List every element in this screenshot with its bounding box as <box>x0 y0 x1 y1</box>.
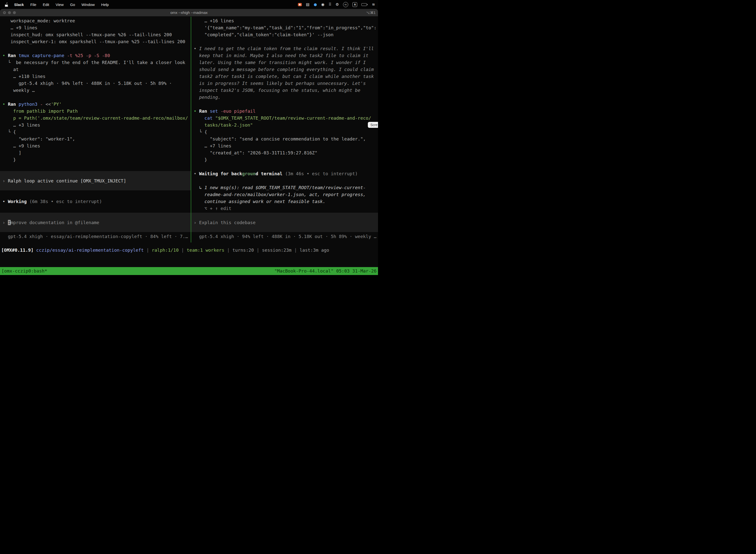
omx-hud-status-line: [OMX#0.11.9] cczip/essay/ai-reimplementa… <box>0 247 378 254</box>
menu-bar-menus: FileEditViewGoWindowHelp <box>27 2 112 7</box>
terminal-line: inspect task2's JSON, focusing on the st… <box>191 87 378 94</box>
terminal-line: '{"team_name":"my-team","task_id":"1","f… <box>191 24 378 31</box>
terminal-line: pending. <box>191 94 378 101</box>
terminal-line: … +16 lines <box>191 17 378 24</box>
terminal-line: "created_at": "2026-03-31T11:59:27.816Z" <box>191 150 378 156</box>
active-app-name[interactable]: Slack <box>11 2 27 7</box>
terminal-line: … +110 lines <box>0 73 191 80</box>
terminal-line: is in progress? It seems likely but perh… <box>191 80 378 87</box>
terminal-line: } <box>0 156 191 163</box>
terminal-line: from pathlib import Path <box>0 108 191 115</box>
screen-capture-overlay[interactable]: Scre <box>368 122 378 128</box>
terminal-line: … +9 lines <box>0 24 191 31</box>
window-manager-icon[interactable]: ▤ <box>306 2 310 7</box>
close-button[interactable]: ✕ <box>3 11 6 14</box>
terminal-line: ↳ 1 new msg(s): read $OMX_TEAM_STATE_ROO… <box>191 184 378 191</box>
terminal-empty-space <box>0 254 378 267</box>
terminal-window: ✕ omx --xhigh --madmax ⌥⌘1 workspace_mod… <box>0 9 378 277</box>
menu-bar-status-icons: ▤ ● ◉ ⠿ ⚙ 61 A ≋ <box>298 2 375 7</box>
menu-view[interactable]: View <box>52 2 67 7</box>
menu-go[interactable]: Go <box>67 2 78 7</box>
terminal-line: ] <box>0 150 191 156</box>
terminal-line: inspect_worker-1: omx sparkshell --tmux-… <box>0 38 191 45</box>
terminal-line: ⌥ + ↑ edit <box>191 205 378 212</box>
terminal-line: should send a message before completing … <box>191 66 378 73</box>
terminal-line: workspace_mode: worktree <box>0 17 191 24</box>
gear-icon[interactable]: ⚙ <box>335 2 339 7</box>
battery-percent-badge[interactable]: 61 <box>343 2 348 7</box>
terminal-line: weekly … <box>0 87 191 94</box>
dark-app-icon[interactable]: ◉ <box>321 2 324 7</box>
terminal-line <box>191 177 378 184</box>
terminal-line: "worker": "worker-1", <box>0 135 191 143</box>
terminal-line <box>0 45 191 52</box>
tmux-host-clock-label: "MacBook-Pro-44.local" 05:03 31-Mar-26 <box>274 267 377 275</box>
menu-window[interactable]: Window <box>78 2 98 7</box>
terminal-line: } <box>191 156 378 163</box>
terminal-line: inspect_hud: omx sparkshell --tmux-pane … <box>0 31 191 38</box>
terminal-line: • Ran python3 - <<'PY' <box>0 101 191 108</box>
macos-menu-bar: Slack FileEditViewGoWindowHelp ▤ ● ◉ ⠿ ⚙… <box>0 0 378 9</box>
battery-icon[interactable] <box>361 3 368 6</box>
window-shortcut-hint: ⌥⌘1 <box>366 9 376 16</box>
terminal-line: gpt-5.4 xhigh · 94% left · 488K in · 5.1… <box>191 233 378 240</box>
terminal-left-pane[interactable]: workspace_mode: worktree … +9 lines insp… <box>0 17 191 242</box>
screen-recording-dot <box>299 4 301 5</box>
terminal-line: cat "$OMX_TEAM_STATE_ROOT/team/review-cu… <box>191 115 378 122</box>
terminal-line <box>0 94 191 101</box>
terminal-line: • Ran set -euo pipefail <box>191 108 378 115</box>
prompt-input-area[interactable]: › Improve documentation in @filename <box>0 213 191 232</box>
terminal-line <box>191 38 378 45</box>
terminal-body: workspace_mode: worktree … +9 lines insp… <box>0 17 378 277</box>
prompt-input-area[interactable]: › Ralph loop active continue [OMX_TMUX_I… <box>0 171 191 190</box>
bottom-strip <box>0 275 378 277</box>
terminal-line: continue assigned work or next feasible … <box>191 198 378 205</box>
terminal-line: └ { <box>191 128 378 135</box>
terminal-line: • Working (6m 38s • esc to interrupt) <box>0 198 191 205</box>
zoom-button[interactable] <box>13 11 16 14</box>
menu-edit[interactable]: Edit <box>40 2 52 7</box>
terminal-line <box>191 101 378 108</box>
terminal-line: p = Path('.omx/state/team/review-current… <box>0 115 191 122</box>
terminal-line: gpt-5.4 xhigh · essay/ai-reimplementatio… <box>0 233 191 240</box>
terminal-line: └ { <box>0 128 191 135</box>
apps-grid-icon[interactable]: ⠿ <box>329 2 331 7</box>
terminal-line: "completed","claim_token":"claim-token"}… <box>191 31 378 38</box>
traffic-lights: ✕ <box>3 11 16 14</box>
window-title-bar[interactable]: ✕ omx --xhigh --madmax ⌥⌘1 <box>0 9 378 17</box>
tmux-session-label: [omx-cczip0:bash* <box>1 267 47 275</box>
window-title: omx --xhigh --madmax <box>0 9 378 16</box>
terminal-line: task2 after task1 is complete, but can I… <box>191 73 378 80</box>
terminal-line: … +7 lines <box>191 143 378 150</box>
terminal-line: tasks/task-2.json" <box>191 122 378 128</box>
terminal-line: at <box>0 66 191 73</box>
menu-help[interactable]: Help <box>98 2 112 7</box>
terminal-line: • Waiting for background terminal (3m 46… <box>191 170 378 177</box>
terminal-right-pane[interactable]: … +16 lines '{"team_name":"my-team","tas… <box>191 17 378 242</box>
terminal-line: … +3 lines <box>0 122 191 128</box>
terminal-line: • I need to get the claim token from the… <box>191 45 378 52</box>
prompt-input-area[interactable]: › Explain this codebase <box>191 213 378 232</box>
terminal-line: later. Using the same for transition mig… <box>191 59 378 66</box>
terminal-line: "subject": "send a concise recommendatio… <box>191 135 378 143</box>
input-source-icon[interactable]: A <box>353 2 357 7</box>
apple-menu-icon[interactable] <box>3 2 11 7</box>
menu-file[interactable]: File <box>27 2 40 7</box>
terminal-line: • Ran tmux capture-pane -t %25 -p -S -80 <box>0 52 191 59</box>
terminal-line <box>191 163 378 170</box>
terminal-line: readme-and-reco/mailbox/worker-1.json, a… <box>191 191 378 198</box>
tmux-status-bar: [omx-cczip0:bash* "MacBook-Pro-44.local"… <box>0 267 378 275</box>
minimize-button[interactable] <box>8 11 11 14</box>
terminal-line: keep that in mind. Maybe I also need the… <box>191 52 378 59</box>
screen-recording-indicator[interactable] <box>298 3 302 6</box>
terminal-line: … +9 lines <box>0 143 191 150</box>
terminal-line: gpt-5.4 xhigh · 94% left · 488K in · 5.1… <box>0 80 191 87</box>
wifi-icon[interactable]: ≋ <box>372 2 375 7</box>
tmux-panes: workspace_mode: worktree … +9 lines insp… <box>0 17 378 242</box>
terminal-line: └ be necessary for the end of the README… <box>0 59 191 66</box>
blue-app-icon[interactable]: ● <box>314 2 317 7</box>
